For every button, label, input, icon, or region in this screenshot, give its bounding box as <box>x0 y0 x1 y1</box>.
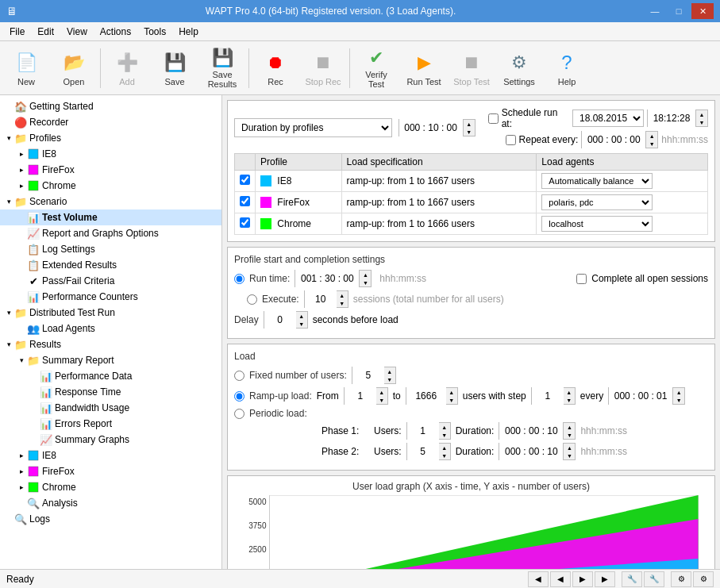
rampup-step-input[interactable]: ▲ ▼ <box>531 387 576 405</box>
tree-item-getting-started[interactable]: 🏠Getting Started <box>0 98 221 114</box>
tree-item-load-agents[interactable]: 👥Load Agents <box>0 321 221 336</box>
execute-radio[interactable] <box>247 294 257 305</box>
tree-item-analysis[interactable]: 🔍Analysis <box>0 495 221 511</box>
phase1-users-input[interactable]: ▲ ▼ <box>406 422 451 440</box>
duration-up-btn[interactable]: ▲ <box>464 120 475 128</box>
status-btn-2[interactable]: ◀ <box>550 571 571 587</box>
fixed-users-up[interactable]: ▲ <box>384 367 395 375</box>
schedule-time-down[interactable]: ▼ <box>696 118 707 126</box>
fixed-users-down[interactable]: ▼ <box>384 375 395 383</box>
phase2-dur-field[interactable] <box>499 443 563 460</box>
phase1-dur-field[interactable] <box>499 422 563 440</box>
tree-expand-distributed[interactable]: ▾ <box>3 307 14 318</box>
rampup-every-input[interactable]: ▲ ▼ <box>608 387 685 405</box>
tree-item-chrome[interactable]: ▸Chrome <box>0 178 221 194</box>
rampup-every-up[interactable]: ▲ <box>673 388 684 396</box>
rampup-from-field[interactable] <box>345 387 376 405</box>
fixed-users-field[interactable] <box>352 367 384 384</box>
open-button[interactable]: 📂Open <box>51 44 97 92</box>
phase2-users-field[interactable] <box>407 443 439 460</box>
status-btn-5[interactable]: 🔧 <box>622 571 642 587</box>
fixed-users-radio[interactable] <box>234 371 244 381</box>
profile-agent-1[interactable]: polaris, pdc <box>541 194 653 210</box>
menu-item-file[interactable]: File <box>3 22 31 40</box>
delay-input[interactable]: ▲ ▼ <box>264 311 308 329</box>
close-button[interactable]: ✕ <box>691 3 714 19</box>
rampup-from-input[interactable]: ▲ ▼ <box>344 387 388 405</box>
repeat-checkbox[interactable] <box>506 135 516 145</box>
tree-item-perf-data[interactable]: 📊Performance Data <box>0 368 221 384</box>
menu-item-help[interactable]: Help <box>172 22 205 40</box>
tree-item-perf-counters[interactable]: 📊Performance Counters <box>0 289 221 305</box>
rec-button[interactable]: ⏺Rec <box>252 44 298 92</box>
phase1-dur-input[interactable]: ▲ ▼ <box>499 422 576 440</box>
save-results-button[interactable]: 💾Save Results <box>199 44 245 92</box>
phase1-users-up[interactable]: ▲ <box>439 423 450 431</box>
repeat-down[interactable]: ▼ <box>646 140 657 148</box>
rampup-every-field[interactable] <box>609 387 672 405</box>
profile-cb-1[interactable] <box>240 196 250 206</box>
execute-down[interactable]: ▼ <box>337 299 348 307</box>
phase1-dur-down[interactable]: ▼ <box>564 431 575 439</box>
duration-dropdown[interactable]: Duration by profiles Fixed duration Numb… <box>234 118 392 137</box>
rampup-from-down[interactable]: ▼ <box>376 396 387 404</box>
repeat-time-input[interactable]: ▲ ▼ <box>581 131 658 148</box>
complete-sessions-cb[interactable] <box>576 274 587 284</box>
repeat-time-field[interactable] <box>582 131 645 148</box>
delay-field[interactable] <box>264 311 296 329</box>
rampup-to-field[interactable] <box>406 387 446 405</box>
tree-expand-chrome[interactable]: ▸ <box>16 180 27 191</box>
tree-item-extended-results[interactable]: 📋Extended Results <box>0 257 221 273</box>
phase2-users-up[interactable]: ▲ <box>439 444 450 452</box>
fixed-users-input[interactable]: ▲ ▼ <box>352 367 396 384</box>
duration-down-btn[interactable]: ▼ <box>464 128 475 136</box>
phase2-users-down[interactable]: ▼ <box>439 452 450 459</box>
tree-expand-chrome-results[interactable]: ▸ <box>16 482 27 493</box>
duration-time-field[interactable] <box>399 119 463 136</box>
schedule-time-input[interactable]: ▲ ▼ <box>647 110 708 127</box>
menu-item-tools[interactable]: Tools <box>137 22 172 40</box>
status-btn-4[interactable]: ▶ <box>595 571 615 587</box>
rampup-radio[interactable] <box>234 391 244 402</box>
stop-rec-button[interactable]: ⏹Stop Rec <box>300 44 346 92</box>
help-button[interactable]: ?Help <box>544 44 590 92</box>
execute-up[interactable]: ▲ <box>337 291 348 299</box>
tree-item-test-volume[interactable]: 📊Test Volume <box>0 209 221 225</box>
runtime-input[interactable]: ▲ ▼ <box>295 270 372 287</box>
profile-cb-0[interactable] <box>240 175 250 185</box>
tree-expand-firefox-results[interactable]: ▸ <box>16 466 27 477</box>
phase1-dur-up[interactable]: ▲ <box>564 423 575 431</box>
delay-up[interactable]: ▲ <box>296 312 307 320</box>
phase2-dur-up[interactable]: ▲ <box>564 444 575 452</box>
rampup-to-down[interactable]: ▼ <box>446 396 457 404</box>
phase1-users-down[interactable]: ▼ <box>439 431 450 439</box>
tree-item-summary-report[interactable]: ▾📁Summary Report <box>0 352 221 368</box>
runtime-down[interactable]: ▼ <box>360 279 371 286</box>
status-btn-7[interactable]: ⚙ <box>671 571 691 587</box>
rampup-step-down[interactable]: ▼ <box>564 396 575 404</box>
tree-expand-summary-report[interactable]: ▾ <box>16 355 27 366</box>
profile-agent-2[interactable]: localhost <box>541 216 653 232</box>
phase2-users-input[interactable]: ▲ ▼ <box>406 443 451 460</box>
tree-item-distributed[interactable]: ▾📁Distributed Test Run <box>0 305 221 321</box>
status-btn-3[interactable]: ▶ <box>572 571 593 587</box>
tree-item-ie8[interactable]: ▸IE8 <box>0 146 221 162</box>
tree-expand-scenario[interactable]: ▾ <box>3 196 14 207</box>
rampup-to-input[interactable]: ▲ ▼ <box>406 387 458 405</box>
delay-down[interactable]: ▼ <box>296 320 307 328</box>
tree-expand-ie8[interactable]: ▸ <box>16 148 27 159</box>
menu-item-view[interactable]: View <box>60 22 94 40</box>
status-btn-8[interactable]: ⚙ <box>693 571 714 587</box>
add-button[interactable]: ➕Add <box>104 44 150 92</box>
tree-item-profiles[interactable]: ▾📁Profiles <box>0 130 221 146</box>
minimize-button[interactable]: — <box>644 3 666 19</box>
rampup-to-up[interactable]: ▲ <box>446 388 457 396</box>
status-btn-1[interactable]: ◀ <box>528 571 549 587</box>
tree-item-log-settings[interactable]: 📋Log Settings <box>0 241 221 257</box>
rampup-step-field[interactable] <box>532 387 564 405</box>
tree-item-firefox-results[interactable]: ▸FireFox <box>0 463 221 479</box>
schedule-time-field[interactable] <box>648 110 695 127</box>
run-test-button[interactable]: ▶Run Test <box>401 44 447 92</box>
execute-input[interactable]: ▲ ▼ <box>304 290 348 308</box>
maximize-button[interactable]: □ <box>668 3 690 19</box>
